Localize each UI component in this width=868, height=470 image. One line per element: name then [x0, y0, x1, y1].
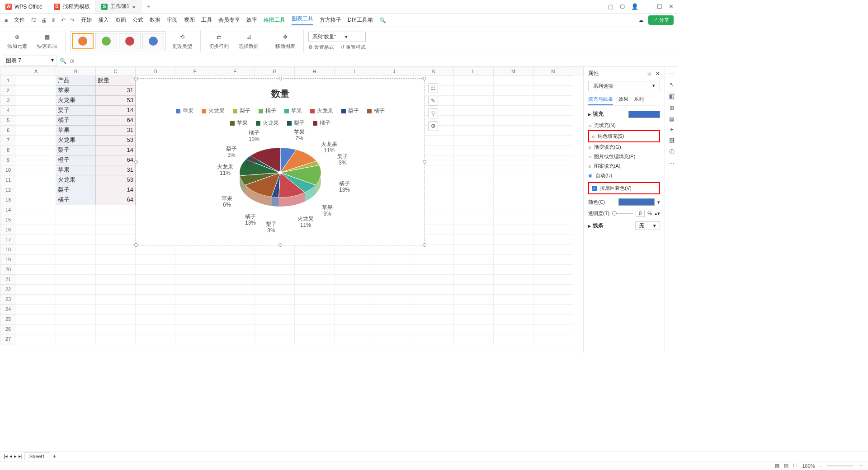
row-header[interactable]: 19: [0, 255, 16, 265]
cell[interactable]: [295, 245, 335, 255]
cell[interactable]: [56, 324, 96, 334]
cell[interactable]: [494, 235, 533, 245]
cell[interactable]: 梨子: [56, 106, 96, 116]
cell[interactable]: [56, 275, 96, 285]
switch-rc-icon[interactable]: ⇄: [214, 32, 224, 42]
cell[interactable]: [494, 334, 533, 344]
move-chart-icon[interactable]: ✥: [280, 32, 290, 42]
cell[interactable]: [255, 305, 295, 315]
cell[interactable]: [175, 245, 215, 255]
series-select[interactable]: 系列"数量"▾: [308, 32, 366, 42]
col-header[interactable]: F: [215, 67, 255, 76]
col-header[interactable]: J: [374, 67, 414, 76]
win-user-icon[interactable]: 👤: [631, 3, 638, 10]
cell[interactable]: [16, 86, 56, 96]
pie-chart[interactable]: 苹果7%火龙果11%梨子3%橘子13%苹果6%火龙果11%梨子3%橘子13%苹果…: [226, 134, 335, 216]
chart-edit-icon[interactable]: ☷: [428, 83, 438, 93]
cell[interactable]: [96, 205, 136, 215]
cell[interactable]: [374, 285, 414, 295]
cell[interactable]: [374, 334, 414, 344]
win-close-icon[interactable]: ✕: [669, 3, 674, 10]
cell[interactable]: [56, 225, 96, 235]
legend-item[interactable]: 火龙果: [256, 119, 279, 127]
menu-efficiency[interactable]: 效率: [246, 16, 257, 24]
cell[interactable]: [16, 235, 56, 245]
cell[interactable]: [533, 235, 573, 245]
cell[interactable]: [454, 86, 494, 96]
cell[interactable]: [494, 324, 533, 334]
cell[interactable]: [96, 295, 136, 305]
cell[interactable]: [494, 86, 533, 96]
cell[interactable]: [494, 185, 533, 195]
cell[interactable]: [533, 205, 573, 215]
cell[interactable]: [136, 305, 175, 315]
cell[interactable]: [16, 315, 56, 324]
cell[interactable]: 苹果: [56, 165, 96, 175]
cell[interactable]: 数量: [96, 76, 136, 86]
reset-style-button[interactable]: ↺ 重置样式: [340, 44, 366, 51]
cell[interactable]: [136, 334, 175, 344]
col-header[interactable]: B: [56, 67, 96, 76]
cell[interactable]: [335, 265, 374, 275]
cell[interactable]: [454, 265, 494, 275]
cell[interactable]: [494, 245, 533, 255]
cell[interactable]: [494, 165, 533, 175]
col-header[interactable]: A: [16, 67, 56, 76]
chart-brush-icon[interactable]: ✎: [428, 96, 438, 106]
cell[interactable]: [454, 155, 494, 165]
legend-item[interactable]: 橘子: [259, 107, 276, 115]
cell[interactable]: [454, 165, 494, 175]
cell[interactable]: [56, 315, 96, 324]
chart-filter-icon[interactable]: ▽: [428, 108, 438, 118]
chart-title[interactable]: 数量: [136, 88, 425, 100]
row-header[interactable]: 18: [0, 245, 16, 255]
fill-section-title[interactable]: ▸ 填充: [588, 110, 660, 118]
cell[interactable]: 梨子: [56, 185, 96, 195]
cell[interactable]: [255, 265, 295, 275]
app-tab[interactable]: S工作簿1●: [96, 0, 142, 13]
cell[interactable]: [215, 305, 255, 315]
chart-legend[interactable]: 苹果火龙果梨子橘子苹果火龙果梨子橘子苹果火龙果梨子橘子: [163, 107, 397, 127]
cell[interactable]: [454, 116, 494, 126]
cell[interactable]: [16, 155, 56, 165]
cell[interactable]: [175, 275, 215, 285]
cell[interactable]: [494, 285, 533, 295]
cell[interactable]: 53: [96, 96, 136, 106]
menu-formula[interactable]: 公式: [132, 16, 143, 24]
checkbox-color-by-slice[interactable]: ✓按扇区着色(V): [592, 183, 656, 193]
cell[interactable]: [16, 165, 56, 175]
cell[interactable]: [16, 76, 56, 86]
cell[interactable]: [494, 225, 533, 235]
col-header[interactable]: G: [255, 67, 295, 76]
cell[interactable]: [494, 175, 533, 185]
cell[interactable]: [454, 215, 494, 225]
cell[interactable]: [16, 305, 56, 315]
cell[interactable]: [255, 295, 295, 305]
fx-zoom-icon[interactable]: 🔍: [60, 58, 66, 64]
cell[interactable]: [175, 265, 215, 275]
set-format-button[interactable]: ⚙ 设置格式: [308, 44, 334, 51]
cell[interactable]: [215, 265, 255, 275]
cell[interactable]: [374, 305, 414, 315]
cell[interactable]: [295, 305, 335, 315]
row-header[interactable]: 25: [0, 315, 16, 324]
cell[interactable]: 31: [96, 86, 136, 96]
row-header[interactable]: 21: [0, 275, 16, 285]
save-icon[interactable]: 🖫: [31, 17, 37, 24]
cell[interactable]: [16, 205, 56, 215]
cell[interactable]: [96, 215, 136, 225]
cell[interactable]: [56, 265, 96, 275]
cell[interactable]: [533, 195, 573, 205]
cell[interactable]: [56, 215, 96, 225]
select-data-icon[interactable]: ☑: [244, 32, 254, 42]
cell[interactable]: 苹果: [56, 86, 96, 96]
menu-insert[interactable]: 插入: [98, 16, 109, 24]
col-header[interactable]: M: [494, 67, 533, 76]
cell[interactable]: [494, 255, 533, 265]
cell[interactable]: [175, 285, 215, 295]
menu-diy[interactable]: DIY工具箱: [348, 16, 373, 24]
cell[interactable]: [414, 245, 454, 255]
tab-series[interactable]: 系列: [634, 96, 644, 105]
menu-view[interactable]: 视图: [184, 16, 195, 24]
cell[interactable]: [454, 315, 494, 324]
